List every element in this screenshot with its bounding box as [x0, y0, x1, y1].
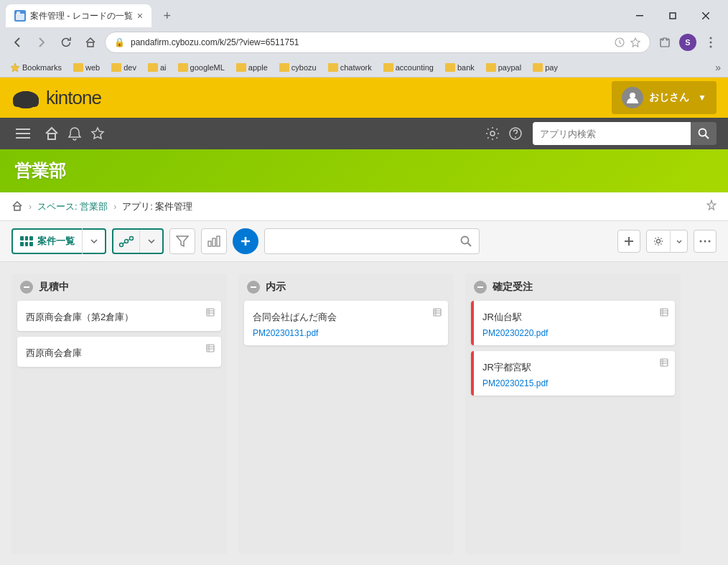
kanban-card[interactable]: 合同会社ぱんだ商会 PM20230131.pdf [244, 301, 448, 345]
svg-rect-50 [207, 309, 214, 316]
browser-menu-button[interactable] [701, 32, 721, 52]
notifications-icon[interactable] [63, 122, 86, 145]
svg-line-42 [468, 243, 472, 247]
close-button[interactable] [689, 4, 722, 27]
record-search-input[interactable] [265, 236, 453, 247]
forward-button[interactable] [32, 32, 52, 52]
svg-rect-64 [661, 309, 668, 316]
new-tab-button[interactable]: + [157, 6, 177, 26]
refresh-button[interactable] [56, 32, 76, 52]
add-column-button[interactable] [617, 230, 640, 253]
settings-gear-icon[interactable] [647, 230, 670, 253]
column-header-mitsumori: 見積中 [11, 274, 227, 301]
active-browser-tab[interactable]: 案件管理 - レコードの一覧 × [6, 4, 151, 27]
view-settings-button[interactable] [646, 230, 688, 253]
profile-button[interactable]: S [678, 32, 698, 52]
card-edit-icon[interactable] [205, 342, 215, 355]
bookmark-bookmarks[interactable]: Bookmarks [7, 61, 65, 74]
card-file-link[interactable]: PM20230215.pdf [482, 378, 666, 388]
card-edit-icon[interactable] [659, 357, 669, 369]
user-dropdown-arrow: ▼ [698, 93, 706, 103]
svg-rect-59 [434, 309, 441, 316]
record-search-button[interactable] [453, 228, 479, 254]
bookmark-pay[interactable]: pay [530, 62, 561, 73]
breadcrumb-app-label: アプリ: 案件管理 [122, 200, 192, 213]
card-edit-icon[interactable] [659, 307, 669, 319]
space-header: 営業部 [0, 149, 728, 192]
svg-rect-29 [14, 206, 20, 210]
breadcrumb-home-icon[interactable] [11, 200, 23, 213]
graph-dropdown-arrow[interactable] [139, 228, 162, 254]
bookmarks-bar: Bookmarks web dev ai googleML apple cybo… [0, 57, 728, 78]
kanban-column-kakutei: 確定受注 JR仙台駅 PM20230220.pdf JR宇都宮駅 [465, 274, 681, 554]
graph-view-button[interactable] [112, 228, 164, 254]
minimize-button[interactable] [623, 4, 656, 27]
home-nav-icon[interactable] [40, 122, 63, 145]
bookmark-accounting[interactable]: accounting [381, 62, 437, 73]
card-title: 西原商会倉庫 [26, 347, 213, 360]
add-record-button[interactable] [233, 228, 258, 254]
favorites-icon[interactable] [86, 122, 109, 145]
bookmark-googleml[interactable]: googleML [175, 62, 228, 73]
bookmarks-more-button[interactable]: » [715, 62, 721, 73]
collapse-column-kakutei[interactable] [474, 281, 487, 294]
kanban-column-naishi: 内示 合同会社ぱんだ商会 PM20230131.pdf [238, 274, 454, 554]
svg-rect-37 [213, 238, 215, 246]
home-button[interactable] [80, 32, 101, 52]
tab-title: 案件管理 - レコードの一覧 [30, 10, 133, 22]
extensions-button[interactable] [655, 32, 675, 52]
card-file-link[interactable]: PM20230131.pdf [253, 328, 439, 338]
bookmark-cybozu[interactable]: cybozu [276, 62, 319, 73]
settings-dropdown-arrow[interactable] [670, 230, 687, 253]
breadcrumb-pin-icon[interactable] [706, 200, 717, 214]
tab-close-button[interactable]: × [137, 10, 143, 22]
view-dropdown-arrow[interactable] [82, 228, 105, 254]
svg-rect-36 [208, 241, 211, 246]
back-button[interactable] [7, 32, 27, 52]
settings-nav-icon[interactable] [481, 122, 504, 145]
kanban-card[interactable]: 西原商会倉庫 [17, 337, 221, 367]
collapse-column-naishi[interactable] [247, 281, 260, 294]
kanban-card[interactable]: JR仙台駅 PM20230220.pdf [471, 301, 675, 345]
view-label[interactable]: 案件一覧 [13, 235, 82, 248]
svg-point-47 [704, 241, 706, 243]
bookmark-apple[interactable]: apple [233, 62, 271, 73]
global-search-input[interactable] [540, 129, 683, 139]
help-icon[interactable] [504, 122, 527, 145]
bookmark-paypal[interactable]: paypal [483, 62, 524, 73]
card-edit-icon[interactable] [432, 307, 442, 319]
card-file-link[interactable]: PM20230220.pdf [482, 328, 666, 338]
global-search-box[interactable] [533, 122, 691, 145]
bookmark-web[interactable]: web [70, 62, 103, 73]
kanban-cards-kakutei: JR仙台駅 PM20230220.pdf JR宇都宮駅 PM20230215.p… [465, 301, 681, 401]
kanban-column-mitsumori: 見積中 西原商会倉庫（第2倉庫） 西原商会倉庫 [11, 274, 227, 554]
address-bar[interactable]: 🔒 pandafirm.cybozu.com/k/25/?view=651175… [105, 32, 650, 53]
global-search-button[interactable] [691, 122, 717, 145]
svg-point-31 [125, 240, 129, 243]
view-selector[interactable]: 案件一覧 [11, 228, 106, 254]
collapse-column-mitsumori[interactable] [20, 281, 33, 294]
filter-button[interactable] [169, 228, 195, 254]
bookmark-chatwork[interactable]: chatwork [325, 62, 375, 73]
chart-button[interactable] [201, 228, 227, 254]
graph-icon[interactable] [113, 228, 139, 254]
record-search-area[interactable] [264, 228, 480, 254]
kanban-card[interactable]: JR宇都宮駅 PM20230215.pdf [471, 351, 675, 396]
maximize-button[interactable] [656, 4, 689, 27]
user-name: おじさん [649, 91, 689, 104]
more-options-button[interactable] [694, 230, 717, 253]
hamburger-menu-icon[interactable] [11, 122, 34, 145]
svg-rect-6 [88, 42, 93, 47]
toolbar-right-actions [617, 230, 717, 253]
bookmark-dev[interactable]: dev [108, 62, 139, 73]
kintone-logo[interactable]: kintone [11, 87, 101, 109]
user-info[interactable]: おじさん ▼ [612, 81, 717, 114]
bookmark-bank[interactable]: bank [442, 62, 477, 73]
user-menu[interactable]: おじさん ▼ [612, 81, 717, 114]
kanban-card[interactable]: 西原商会倉庫（第2倉庫） [17, 301, 221, 331]
logo-text: kintone [46, 87, 101, 109]
column-title-mitsumori: 見積中 [39, 281, 69, 294]
bookmark-ai[interactable]: ai [145, 62, 169, 73]
card-edit-icon[interactable] [205, 307, 215, 319]
breadcrumb-space-link[interactable]: スペース: 営業部 [37, 200, 108, 213]
